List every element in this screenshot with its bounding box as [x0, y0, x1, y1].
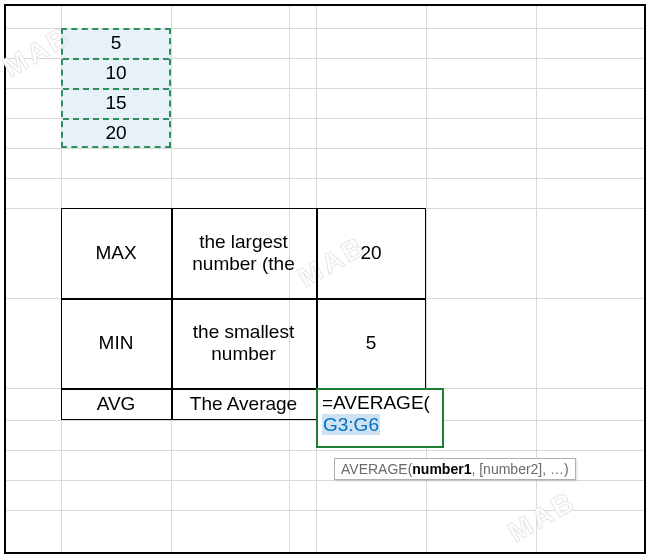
value-max[interactable]: 20 — [316, 208, 426, 298]
formula-range-ref: G3:G6 — [322, 414, 380, 435]
cell-g5[interactable]: 15 — [61, 88, 171, 118]
formula-edit-cell[interactable]: =AVERAGE( G3:G6 — [316, 388, 444, 448]
desc-avg[interactable]: The Average — [171, 388, 316, 420]
label-min[interactable]: MIN — [61, 298, 171, 388]
cell-g6[interactable]: 20 — [61, 118, 171, 148]
spreadsheet-frame: MAB MAB MAB 5 10 15 20 MAX the largest n… — [4, 4, 646, 554]
tooltip-rest: , [number2], …) — [471, 461, 568, 477]
desc-max[interactable]: the largest number (the — [171, 208, 316, 298]
desc-min[interactable]: the smallest number — [171, 298, 316, 388]
value-min[interactable]: 5 — [316, 298, 426, 388]
cell-g4[interactable]: 10 — [61, 58, 171, 88]
label-max[interactable]: MAX — [61, 208, 171, 298]
cell-g3[interactable]: 5 — [61, 28, 171, 58]
tooltip-fn: AVERAGE( — [341, 461, 412, 477]
function-tooltip: AVERAGE(number1, [number2], …) — [334, 458, 576, 480]
tooltip-arg1: number1 — [412, 461, 471, 477]
label-avg[interactable]: AVG — [61, 388, 171, 420]
formula-prefix: =AVERAGE( — [322, 392, 430, 414]
